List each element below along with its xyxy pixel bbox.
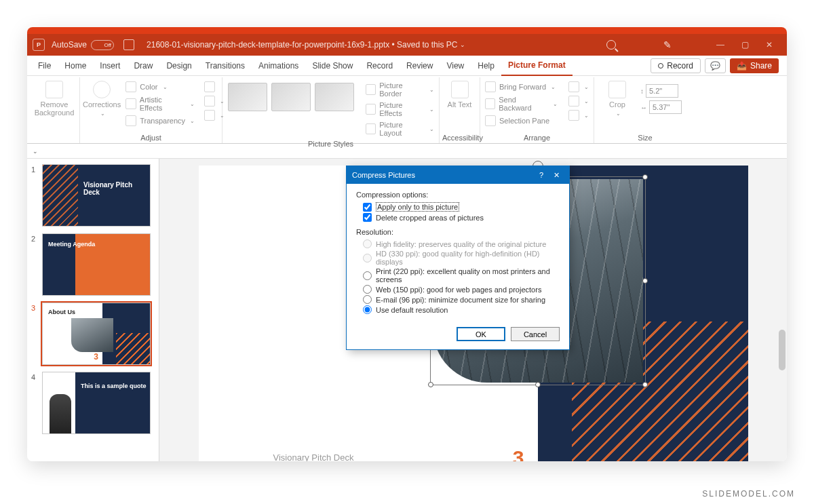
bring-forward-icon [485, 81, 496, 92]
remove-background-button[interactable]: Remove Background [34, 79, 75, 143]
bring-forward-button[interactable]: Bring Forward⌄ [483, 80, 560, 94]
selection-pane-icon [485, 115, 496, 126]
tab-file[interactable]: File [31, 56, 58, 76]
res-email-radio[interactable]: E-mail (96 ppi): minimize document size … [356, 294, 560, 305]
group-label-arrange: Arrange [483, 132, 591, 143]
tab-transitions[interactable]: Transitions [199, 56, 252, 76]
save-icon[interactable] [123, 39, 134, 50]
tab-view[interactable]: View [440, 56, 471, 76]
accent-strip [27, 27, 787, 34]
slide-thumb-3[interactable]: About Us3 [42, 303, 151, 365]
ok-button[interactable]: OK [457, 327, 505, 341]
change-pic-icon [204, 96, 215, 106]
reset-icon [204, 110, 215, 121]
slide-thumb-1[interactable]: Visionary Pitch Deck [42, 164, 151, 227]
cancel-button[interactable]: Cancel [511, 327, 560, 341]
selection-pane-button[interactable]: Selection Pane [483, 114, 560, 128]
res-default-radio[interactable]: Use default resolution [356, 305, 560, 315]
close-button[interactable]: ✕ [757, 35, 781, 55]
tab-design[interactable]: Design [159, 56, 198, 76]
rotate-icon [568, 110, 579, 121]
color-icon [125, 81, 136, 92]
slide-thumb-2[interactable]: Meeting Agenda [42, 233, 151, 296]
share-button[interactable]: 📤 Share [730, 58, 779, 73]
slide-thumb-4[interactable]: This is a sample quote [42, 372, 151, 434]
minimize-button[interactable]: ― [708, 35, 733, 55]
tab-record[interactable]: Record [360, 56, 400, 76]
tab-home[interactable]: Home [58, 56, 93, 76]
height-icon: ↕ [640, 88, 644, 95]
app-icon: P [33, 39, 45, 51]
resolution-header: Resolution: [356, 228, 560, 236]
dialog-close-icon[interactable]: ✕ [549, 171, 564, 180]
alt-text-button[interactable]: Alt Text [442, 79, 477, 132]
style-thumb[interactable] [271, 83, 311, 111]
vertical-scrollbar[interactable] [779, 330, 786, 370]
rotate-button[interactable]: ⌄ [566, 109, 591, 122]
group-button[interactable]: ⌄ [566, 94, 591, 108]
autosave-label: AutoSave [52, 40, 87, 50]
ribbon-tabs: File Home Insert Draw Design Transitions… [27, 56, 787, 76]
width-input[interactable]: 5.37" [649, 100, 682, 114]
record-icon [658, 63, 663, 69]
tab-animations[interactable]: Animations [252, 56, 305, 76]
send-backward-button[interactable]: Send Backward⌄ [483, 94, 560, 113]
res-print-radio[interactable]: Print (220 ppi): excellent quality on mo… [356, 267, 560, 284]
apply-only-checkbox[interactable]: Apply only to this picture [356, 201, 560, 212]
maximize-button[interactable]: ▢ [733, 35, 757, 55]
slide-footer-text: Visionary Pitch Deck [273, 452, 354, 461]
transparency-button[interactable]: Transparency⌄ [123, 114, 197, 128]
dialog-titlebar[interactable]: Compress Pictures ? ✕ [347, 166, 569, 184]
width-icon: ↔ [640, 104, 647, 111]
tab-review[interactable]: Review [400, 56, 440, 76]
slide-thumbnail-panel[interactable]: 1 Visionary Pitch Deck 2 Meeting Agenda … [27, 159, 159, 461]
artistic-icon [125, 98, 136, 109]
tab-draw[interactable]: Draw [127, 56, 159, 76]
document-title: 21608-01-visionary-pitch-deck-template-f… [147, 40, 457, 50]
align-icon [568, 81, 579, 92]
remove-bg-icon [45, 81, 63, 98]
tab-help[interactable]: Help [471, 56, 501, 76]
autosave-toggle[interactable]: Off [91, 40, 114, 50]
border-icon [366, 84, 376, 95]
delete-cropped-checkbox[interactable]: Delete cropped areas of pictures [356, 212, 560, 222]
corrections-button[interactable]: Corrections⌄ [83, 79, 121, 132]
tab-slideshow[interactable]: Slide Show [305, 56, 360, 76]
picture-layout-button[interactable]: Picture Layout⌄ [364, 119, 436, 138]
height-input[interactable]: 5.2" [646, 84, 678, 98]
slide-number: 3 [513, 446, 524, 461]
qat-chevron-icon[interactable]: ⌄ [33, 148, 38, 155]
group-icon [568, 96, 579, 106]
title-chevron-icon[interactable]: ⌄ [460, 41, 465, 48]
record-button[interactable]: Record [651, 58, 701, 73]
coming-soon-icon[interactable] [663, 39, 674, 50]
group-label-accessibility: Accessibility [442, 132, 477, 143]
comments-button[interactable]: 💬 [705, 58, 726, 73]
dialog-title: Compress Pictures [352, 171, 415, 179]
crop-button[interactable]: Crop⌄ [597, 79, 638, 132]
transparency-icon [125, 115, 136, 126]
main-area: 1 Visionary Pitch Deck 2 Meeting Agenda … [27, 159, 787, 461]
title-bar: P AutoSave Off 21608-01-visionary-pitch-… [27, 34, 787, 56]
powerpoint-window: P AutoSave Off 21608-01-visionary-pitch-… [27, 27, 787, 461]
dialog-help-icon[interactable]: ? [534, 171, 549, 179]
res-web-radio[interactable]: Web (150 ppi): good for web pages and pr… [356, 284, 560, 294]
alt-text-icon [451, 81, 469, 98]
corrections-icon [93, 81, 111, 98]
picture-styles-gallery[interactable] [225, 79, 357, 138]
artistic-effects-button[interactable]: Artistic Effects⌄ [123, 94, 197, 113]
tab-insert[interactable]: Insert [93, 56, 127, 76]
picture-effects-button[interactable]: Picture Effects⌄ [364, 100, 436, 119]
align-button[interactable]: ⌄ [566, 80, 591, 94]
res-high-fidelity-radio: High fidelity: preserves quality of the … [356, 239, 560, 249]
search-icon[interactable] [606, 40, 616, 50]
color-button[interactable]: Color⌄ [123, 80, 197, 94]
thumb-number: 2 [31, 233, 38, 296]
group-label-styles: Picture Styles [225, 138, 436, 149]
compress-icon [204, 81, 215, 92]
tab-picture-format[interactable]: Picture Format [501, 56, 573, 76]
style-thumb[interactable] [228, 83, 267, 111]
thumb-number: 1 [31, 164, 38, 227]
picture-border-button[interactable]: Picture Border⌄ [364, 80, 436, 99]
style-thumb[interactable] [315, 83, 354, 111]
